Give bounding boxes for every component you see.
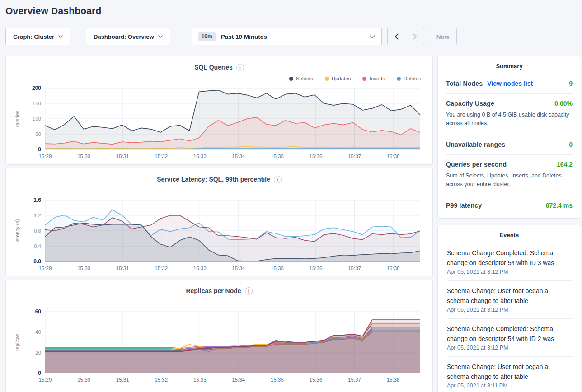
replicas-per-node-chart: 15:2915:3015:3115:3215:3315:3415:3515:36…: [13, 308, 426, 386]
svg-text:15:38: 15:38: [387, 154, 400, 159]
chart-title-replicas: Replicas per Node: [186, 287, 241, 294]
svg-text:15:33: 15:33: [193, 154, 207, 159]
svg-text:1.2: 1.2: [34, 213, 41, 218]
event-item[interactable]: Schema Change Completed: Schema change o…: [447, 318, 572, 356]
view-nodes-list-link[interactable]: View nodes list: [487, 80, 533, 87]
event-timestamp: Apr 05, 2021 at 3:12 PM: [447, 307, 572, 313]
event-item[interactable]: Schema Change: User root began a schema …: [447, 280, 572, 318]
time-range-label: Past 10 Minutes: [221, 33, 370, 40]
unavailable-ranges-label: Unavailable ranges: [446, 141, 505, 148]
chevron-down-icon: [58, 35, 63, 38]
event-item[interactable]: Schema Change Completed: Schema change o…: [447, 243, 572, 280]
chevron-right-icon: [413, 33, 417, 40]
chart-legend: Selects Updates Inserts Deletes: [13, 73, 426, 84]
legend-dot-selects: [289, 77, 293, 81]
total-nodes-label: Total Nodes: [446, 80, 483, 87]
svg-text:15:31: 15:31: [116, 377, 129, 383]
queries-per-second-value: 164.2: [557, 161, 573, 168]
svg-text:0: 0: [38, 370, 41, 376]
event-text: Schema Change Completed: Schema change o…: [447, 248, 561, 268]
page-title: Overview Dashboard: [5, 5, 581, 16]
svg-text:15:38: 15:38: [387, 377, 400, 383]
svg-text:15:29: 15:29: [39, 266, 52, 271]
graph-dropdown-label: Graph: Cluster: [13, 33, 54, 40]
service-latency-chart: 15:2915:3015:3115:3215:3315:3415:3515:36…: [13, 196, 426, 274]
svg-text:15:35: 15:35: [271, 154, 284, 159]
chevron-down-icon: [158, 35, 163, 38]
toolbar: Graph: Cluster Dashboard: Overview 10m P…: [5, 28, 581, 45]
svg-text:20: 20: [35, 350, 41, 355]
svg-text:200: 200: [32, 85, 41, 91]
legend-dot-inserts: [362, 77, 366, 81]
queries-per-second-label: Queries per second: [446, 161, 507, 168]
svg-text:queries: queries: [14, 110, 20, 127]
replicas-per-node-card: Replicas per Node 15:2915:3015:3115:3215…: [5, 280, 433, 392]
summary-row-total-nodes: Total Nodes View nodes list 9: [446, 74, 573, 93]
svg-text:15:29: 15:29: [39, 377, 52, 383]
event-item[interactable]: Schema Change: User root began a schema …: [447, 356, 572, 392]
svg-text:15:38: 15:38: [387, 266, 400, 271]
p99-latency-label: P99 latency: [446, 202, 482, 209]
event-timestamp: Apr 05, 2021 at 3:12 PM: [447, 345, 572, 351]
summary-row-unavailable-ranges: Unavailable ranges 0: [446, 135, 573, 154]
legend-item-deletes: Deletes: [397, 76, 421, 81]
total-nodes-value: 9: [569, 80, 573, 87]
svg-text:60: 60: [35, 308, 42, 315]
sql-queries-chart: 15:2915:3015:3115:3215:3315:3415:3515:36…: [13, 84, 426, 162]
svg-text:15:37: 15:37: [348, 266, 361, 271]
summary-row-queries-per-second: Queries per second 164.2 Sum of Selects,…: [446, 154, 573, 196]
svg-text:15:31: 15:31: [116, 266, 129, 271]
summary-panel: Summary Total Nodes View nodes list 9 Ca…: [437, 56, 581, 219]
svg-text:latency (s): latency (s): [14, 219, 20, 243]
toolbar-divider: [184, 28, 184, 45]
now-button[interactable]: Now: [429, 28, 457, 45]
svg-text:15:33: 15:33: [193, 377, 207, 383]
summary-row-p99-latency: P99 latency 872.4 ms: [446, 196, 573, 215]
unavailable-ranges-value: 0: [569, 141, 573, 148]
dashboard-dropdown[interactable]: Dashboard: Overview: [86, 28, 170, 45]
dashboard-content: SQL Queries Selects Updates Inserts: [5, 56, 581, 392]
svg-text:0.8: 0.8: [34, 228, 41, 233]
legend-item-updates: Updates: [325, 76, 351, 81]
info-icon[interactable]: [236, 64, 244, 71]
chart-title-service-latency: Service Latency: SQL, 99th percentile: [157, 176, 270, 183]
time-pager: [387, 28, 424, 45]
event-timestamp: Apr 05, 2021 at 3:12 PM: [447, 269, 572, 275]
time-back-button[interactable]: [388, 28, 406, 45]
svg-text:15:31: 15:31: [116, 154, 129, 159]
svg-text:15:37: 15:37: [348, 377, 361, 383]
p99-latency-value: 872.4 ms: [546, 202, 573, 209]
svg-text:15:36: 15:36: [310, 266, 323, 271]
svg-text:15:33: 15:33: [193, 266, 207, 271]
side-panels: Summary Total Nodes View nodes list 9 Ca…: [437, 56, 581, 392]
info-icon[interactable]: [245, 287, 253, 295]
event-timestamp: Apr 05, 2021 at 3:11 PM: [447, 383, 572, 389]
svg-text:15:30: 15:30: [77, 266, 90, 271]
svg-text:15:34: 15:34: [232, 377, 245, 383]
svg-text:150: 150: [33, 101, 41, 106]
svg-text:15:34: 15:34: [232, 266, 245, 271]
svg-text:40: 40: [35, 329, 41, 335]
svg-text:0.4: 0.4: [34, 243, 42, 249]
svg-text:0.0: 0.0: [33, 258, 41, 265]
service-latency-card: Service Latency: SQL, 99th percentile 15…: [5, 168, 433, 276]
chevron-left-icon: [394, 33, 399, 40]
time-range-dropdown[interactable]: 10m Past 10 Minutes: [192, 28, 382, 45]
capacity-usage-value: 0.00%: [554, 100, 573, 107]
capacity-usage-label: Capacity Usage: [446, 100, 494, 107]
graph-dropdown[interactable]: Graph: Cluster: [5, 28, 70, 45]
legend-item-inserts: Inserts: [362, 76, 385, 81]
svg-text:15:32: 15:32: [155, 154, 168, 159]
legend-dot-updates: [325, 77, 329, 81]
time-forward-button[interactable]: [406, 28, 424, 45]
legend-dot-deletes: [397, 77, 401, 81]
summary-row-capacity-usage: Capacity Usage 0.00% You are using 0 B o…: [446, 93, 573, 135]
info-icon[interactable]: [274, 176, 282, 183]
svg-text:100: 100: [33, 116, 41, 121]
svg-text:50: 50: [35, 131, 41, 137]
chevron-down-icon: [370, 35, 375, 38]
events-panel: Events Schema Change Completed: Schema c…: [437, 225, 581, 392]
svg-text:15:36: 15:36: [310, 377, 323, 383]
svg-text:15:37: 15:37: [348, 154, 361, 159]
chart-title-sql-queries: SQL Queries: [194, 64, 233, 71]
